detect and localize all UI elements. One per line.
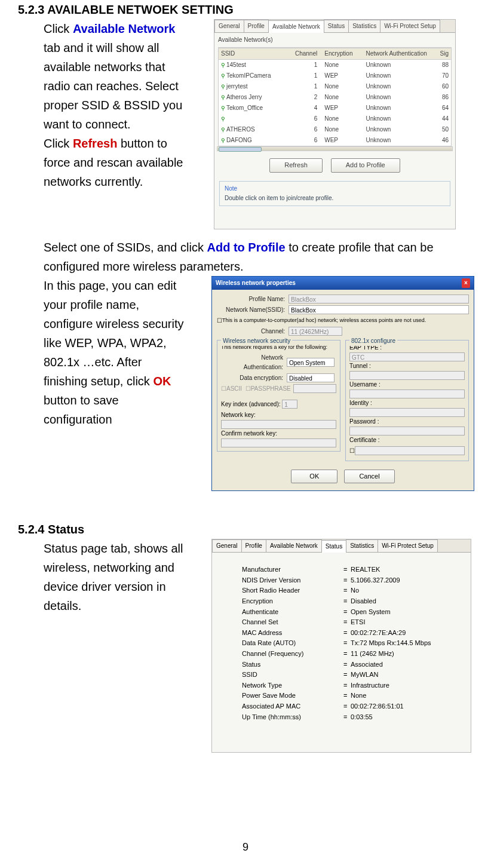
select-eap[interactable]: GTC xyxy=(349,352,465,361)
cell-channel: 1 xyxy=(290,81,323,92)
tab-wps[interactable]: Wi-Fi Protect Setup xyxy=(380,20,440,32)
chk-adhoc[interactable] xyxy=(217,316,222,326)
status-row: Channel (Frequency)=11 (2462 MHz) xyxy=(242,649,459,660)
cell-encryption: WEP xyxy=(322,70,363,81)
cell-encryption: None xyxy=(322,124,363,135)
refresh-button[interactable]: Refresh xyxy=(269,158,323,173)
input-network-name[interactable]: BlackBox xyxy=(289,305,469,314)
select-tunnel[interactable] xyxy=(349,371,465,380)
status-row: Up Time (hh:mm:ss)=0:03:55 xyxy=(242,712,459,723)
tab-available-network[interactable]: Available Network xyxy=(266,539,322,552)
cell-encryption: None xyxy=(322,92,363,103)
input-username[interactable] xyxy=(349,389,465,398)
lbl-tunnel: Tunnel : xyxy=(349,361,465,371)
txt: tab and it will show all available netwo… xyxy=(44,41,182,131)
cell-encryption: WEP xyxy=(322,103,363,114)
horizontal-scrollbar[interactable] xyxy=(217,146,453,151)
lbl-key-index: Key index (advanced): xyxy=(221,400,281,409)
cell-auth: Unknown xyxy=(364,60,434,70)
cell-ssid: jerrytest xyxy=(219,81,290,92)
input-profile-name[interactable]: BlackBox xyxy=(289,295,469,303)
tab-status[interactable]: Status xyxy=(321,540,346,553)
status-key: Channel (Frequency) xyxy=(242,649,343,660)
tab-profile[interactable]: Profile xyxy=(244,20,269,32)
tab-available-network[interactable]: Available Network xyxy=(268,20,324,33)
input-identity[interactable] xyxy=(349,408,465,417)
table-row[interactable]: 6NoneUnknown44 xyxy=(219,114,451,124)
cell-signal: 70 xyxy=(433,70,451,81)
tab-wps[interactable]: Wi-Fi Protect Setup xyxy=(378,539,438,552)
select-data-enc[interactable]: Disabled xyxy=(287,373,335,382)
select-net-auth[interactable]: Open System xyxy=(287,358,335,367)
p-523-4: In this page, you can edit your profile … xyxy=(44,276,186,429)
status-eq: = xyxy=(343,670,351,680)
tab-statistics[interactable]: Statistics xyxy=(348,20,380,32)
link-available-network: Available Network xyxy=(73,22,176,35)
status-value: 00:02:72:86:51:01 xyxy=(351,701,459,712)
input-passphrase[interactable] xyxy=(293,384,336,393)
cell-encryption: WEP xyxy=(322,135,363,146)
table-row[interactable]: DAFONG6WEPUnknown46 xyxy=(219,135,451,146)
status-value: REALTEK xyxy=(351,565,459,575)
tab-general[interactable]: General xyxy=(214,20,244,32)
table-row[interactable]: jerrytest1NoneUnknown60 xyxy=(219,81,451,92)
table-row[interactable]: Atheros Jerry2NoneUnknown86 xyxy=(219,92,451,103)
status-row: Power Save Mode=None xyxy=(242,691,459,701)
chk-passphrase[interactable] xyxy=(246,384,251,394)
cell-ssid: DAFONG xyxy=(219,135,290,146)
lbl-ascii: ASCII xyxy=(226,384,242,394)
txt: Click xyxy=(44,22,73,35)
lbl-certificate: Certificate : xyxy=(349,435,465,445)
table-row[interactable]: ATHEROS6NoneUnknown50 xyxy=(219,124,451,135)
tab-status[interactable]: Status xyxy=(324,20,349,32)
cell-channel: 1 xyxy=(290,60,323,70)
cell-signal: 46 xyxy=(433,135,451,146)
status-key: Encryption xyxy=(242,596,343,607)
status-key: Channel Set xyxy=(242,617,343,628)
input-net-key[interactable] xyxy=(221,420,336,429)
wireless-properties-dialog: Wireless network properties × Profile Na… xyxy=(211,276,474,492)
status-eq: = xyxy=(343,691,351,701)
cell-signal: 60 xyxy=(433,81,451,92)
cancel-button[interactable]: Cancel xyxy=(344,470,394,484)
dialog-title: Wireless network properties xyxy=(216,278,296,288)
lbl-password: Password : xyxy=(349,417,465,427)
table-row[interactable]: 145test1NoneUnknown88 xyxy=(219,60,451,70)
cell-ssid: ATHEROS xyxy=(219,124,290,135)
group-8021x-title: 802.1x configure xyxy=(349,336,397,346)
tab-general[interactable]: General xyxy=(212,539,242,552)
status-value: None xyxy=(351,691,459,701)
select-certificate[interactable] xyxy=(355,446,465,455)
status-eq: = xyxy=(343,649,351,660)
lbl-confirm-key: Confirm network key: xyxy=(221,429,336,438)
available-network-screenshot: General Profile Available Network Status… xyxy=(214,19,456,229)
lbl-adhoc: This is a computer-to-computer(ad hoc) n… xyxy=(222,316,426,324)
add-to-profile-button[interactable]: Add to Profile xyxy=(331,158,400,173)
status-row: Status=Associated xyxy=(242,660,459,670)
status-eq: = xyxy=(343,585,351,596)
col-auth: Network Authentication xyxy=(364,48,434,59)
close-icon[interactable]: × xyxy=(462,278,470,288)
col-signal: Sig xyxy=(433,48,451,59)
select-key-index[interactable]: 1 xyxy=(282,400,297,409)
p-523-1: Click Available Network tab and it will … xyxy=(44,19,186,134)
p-523-2: Click Refresh button to force and rescan… xyxy=(44,134,186,191)
note-title: Note xyxy=(225,184,445,194)
status-key: MAC Address xyxy=(242,628,343,639)
chk-ascii[interactable] xyxy=(221,384,226,394)
cell-auth: Unknown xyxy=(364,135,434,146)
status-row: Encryption=Disabled xyxy=(242,596,459,607)
table-row[interactable]: TekomIPCamera1WEPUnknown70 xyxy=(219,70,451,81)
chk-certificate[interactable] xyxy=(349,446,355,456)
input-password[interactable] xyxy=(349,427,465,435)
cell-signal: 44 xyxy=(433,114,451,124)
txt: Click xyxy=(44,137,73,150)
ok-button[interactable]: OK xyxy=(291,470,337,484)
status-value: Open System xyxy=(351,607,459,618)
input-confirm-key[interactable] xyxy=(221,438,336,447)
tab-profile[interactable]: Profile xyxy=(241,539,266,552)
tab-statistics[interactable]: Statistics xyxy=(346,539,378,552)
lbl-profile-name: Profile Name: xyxy=(217,295,289,304)
select-channel[interactable]: 11 (2462MHz) xyxy=(289,327,342,336)
table-row[interactable]: Tekom_Office4WEPUnknown64 xyxy=(219,103,451,114)
